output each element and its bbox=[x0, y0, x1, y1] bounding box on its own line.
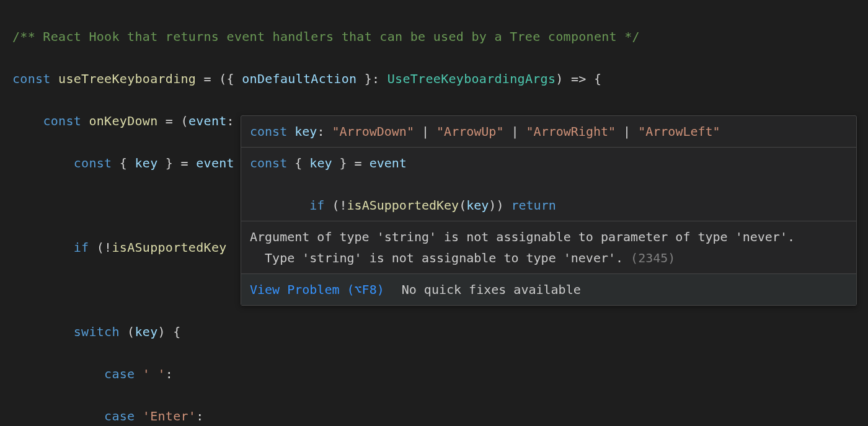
param-event: event bbox=[188, 113, 227, 128]
case-kw: case bbox=[104, 366, 135, 381]
key-var: key bbox=[135, 156, 157, 171]
punct: (! bbox=[89, 240, 112, 255]
if-kw: if bbox=[74, 240, 89, 255]
hover-tooltip[interactable]: const key: "ArrowDown" | "ArrowUp" | "Ar… bbox=[241, 115, 857, 306]
punct: = ( bbox=[158, 113, 188, 128]
const-kw: const bbox=[12, 71, 51, 86]
doc-comment: /** React Hook that returns event handle… bbox=[12, 29, 640, 44]
colon: : bbox=[166, 366, 173, 381]
punct: = ({ bbox=[196, 71, 242, 86]
no-quick-fix-label: No quick fixes available bbox=[402, 279, 581, 300]
case-kw: case bbox=[104, 409, 135, 424]
switch-kw: switch bbox=[74, 324, 120, 339]
key-ref: key bbox=[135, 324, 157, 339]
punct: ) { bbox=[158, 324, 181, 339]
hover-type-signature: const key: "ArrowDown" | "ArrowUp" | "Ar… bbox=[241, 116, 856, 148]
hover-error-message: Argument of type 'string' is not assigna… bbox=[241, 221, 856, 274]
colon: : bbox=[196, 409, 203, 424]
const-kw: const bbox=[43, 113, 81, 128]
hover-actions-row: View Problem (⌥F8) No quick fixes availa… bbox=[241, 274, 856, 305]
args-type: UseTreeKeyboardingArgs bbox=[388, 71, 556, 86]
colon: : bbox=[227, 113, 242, 128]
punct: ) => { bbox=[556, 71, 601, 86]
punct: } = bbox=[158, 156, 197, 171]
space-string: ' ' bbox=[143, 366, 166, 381]
param-onDefaultAction: onDefaultAction bbox=[242, 71, 356, 86]
hover-code-snippet: const { key } = event if (!isASupportedK… bbox=[241, 148, 856, 221]
hook-name: useTreeKeyboarding bbox=[58, 71, 196, 86]
punct: ( bbox=[120, 324, 135, 339]
event-ref: event bbox=[196, 156, 234, 171]
onKeyDown-name: onKeyDown bbox=[89, 113, 157, 128]
const-kw: const bbox=[74, 156, 112, 171]
enter-string: 'Enter' bbox=[143, 409, 196, 424]
isASupportedKey-call: isASupportedKey bbox=[112, 240, 226, 255]
punct: { bbox=[112, 156, 135, 171]
view-problem-link[interactable]: View Problem (⌥F8) bbox=[250, 279, 384, 300]
punct: }: bbox=[356, 71, 387, 86]
